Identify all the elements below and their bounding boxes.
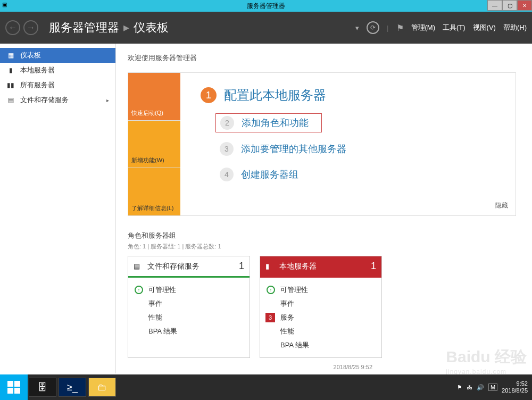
sidebar-item-label: 本地服务器 bbox=[20, 65, 55, 75]
taskbar-powershell[interactable]: ≥_ bbox=[59, 378, 86, 397]
body: ▦ 仪表板 ▮ 本地服务器 ▮▮ 所有服务器 ▤ 文件和存储服务 ▸ 欢迎使用服… bbox=[0, 44, 532, 373]
sidebar-item-label: 文件和存储服务 bbox=[20, 95, 69, 105]
taskbar: 🗄 ≥_ 🗀 ⚑ 🖧 🔊 M 9:52 2018/8/25 bbox=[0, 374, 532, 400]
role-tile-count: 1 bbox=[371, 261, 376, 272]
tile-label: 快速启动(Q) bbox=[131, 109, 163, 117]
app-icon: ▣ bbox=[2, 2, 10, 9]
servers-icon: ▮▮ bbox=[6, 81, 15, 89]
row-label: 性能 bbox=[280, 327, 294, 336]
row-events[interactable]: 事件 bbox=[267, 297, 375, 311]
welcome-side-tiles: 快速启动(Q) 新增功能(W) 了解详细信息(L) bbox=[128, 73, 180, 215]
notifications-flag-icon[interactable]: ⚑ bbox=[396, 23, 404, 33]
step-label: 配置此本地服务器 bbox=[224, 87, 326, 104]
chevron-right-icon: ▸ bbox=[106, 97, 109, 103]
row-services[interactable]: 3服务 bbox=[267, 311, 375, 324]
step-create-group[interactable]: 4 创建服务器组 bbox=[215, 165, 500, 184]
row-label: 服务 bbox=[280, 313, 294, 322]
server-icon: ▮ bbox=[6, 66, 15, 74]
storage-icon: ▤ bbox=[134, 262, 142, 271]
step-add-servers[interactable]: 3 添加要管理的其他服务器 bbox=[215, 140, 500, 158]
menu-manage[interactable]: 管理(M) bbox=[411, 23, 436, 32]
row-performance[interactable]: 性能 bbox=[135, 311, 243, 324]
tile-quickstart[interactable]: 快速启动(Q) bbox=[128, 73, 180, 120]
row-manageability[interactable]: ↑可管理性 bbox=[135, 283, 243, 297]
step-add-roles[interactable]: 2 添加角色和功能 bbox=[215, 113, 322, 132]
menu-view[interactable]: 视图(V) bbox=[473, 23, 496, 32]
status-up-icon: ↑ bbox=[267, 286, 275, 294]
step-number-icon: 3 bbox=[220, 142, 234, 156]
row-label: 可管理性 bbox=[148, 285, 176, 295]
row-label: 事件 bbox=[148, 299, 162, 309]
row-bpa[interactable]: BPA 结果 bbox=[135, 324, 243, 338]
server-icon: ▮ bbox=[265, 262, 274, 271]
back-button[interactable]: ← bbox=[5, 20, 20, 35]
row-label: 性能 bbox=[148, 313, 162, 322]
row-events[interactable]: 事件 bbox=[135, 297, 243, 311]
role-tile-header: ▮ 本地服务器 1 bbox=[260, 256, 381, 278]
sidebar-item-file-storage[interactable]: ▤ 文件和存储服务 ▸ bbox=[0, 93, 115, 107]
row-label: 事件 bbox=[280, 299, 294, 309]
row-label: BPA 结果 bbox=[148, 327, 177, 336]
step-number-icon: 4 bbox=[220, 168, 234, 181]
sidebar-item-dashboard[interactable]: ▦ 仪表板 bbox=[0, 48, 115, 63]
role-tile-count: 1 bbox=[239, 261, 244, 272]
tray-ime[interactable]: M bbox=[488, 384, 497, 391]
maximize-button[interactable]: ▢ bbox=[502, 0, 517, 11]
hide-link[interactable]: 隐藏 bbox=[495, 201, 508, 210]
welcome-heading: 欢迎使用服务器管理器 bbox=[128, 53, 516, 63]
taskbar-clock[interactable]: 9:52 2018/8/25 bbox=[502, 380, 528, 394]
role-tile-file-storage[interactable]: ▤ 文件和存储服务 1 ↑可管理性 事件 性能 BPA 结果 bbox=[128, 256, 250, 358]
step-label: 创建服务器组 bbox=[241, 168, 298, 181]
status-up-icon: ↑ bbox=[135, 286, 143, 294]
start-button[interactable] bbox=[0, 374, 28, 400]
tray-network-icon[interactable]: 🖧 bbox=[467, 384, 472, 390]
storage-icon: ▤ bbox=[6, 96, 15, 104]
tray-flag-icon[interactable]: ⚑ bbox=[457, 384, 462, 391]
nav-arrows: ← → bbox=[5, 20, 38, 35]
step-number-icon: 2 bbox=[220, 116, 234, 130]
tile-learnmore[interactable]: 了解详细信息(L) bbox=[128, 168, 180, 215]
tile-label: 了解详细信息(L) bbox=[131, 204, 173, 212]
sidebar-item-label: 仪表板 bbox=[20, 51, 41, 60]
step-label: 添加角色和功能 bbox=[242, 116, 309, 129]
step-configure-local[interactable]: 1 配置此本地服务器 bbox=[196, 85, 500, 106]
row-manageability[interactable]: ↑可管理性 bbox=[267, 283, 375, 297]
step-label: 添加要管理的其他服务器 bbox=[241, 143, 346, 155]
breadcrumb-root[interactable]: 服务器管理器 bbox=[49, 20, 119, 36]
role-tile-title: 本地服务器 bbox=[279, 262, 317, 271]
dashboard-icon: ▦ bbox=[6, 51, 15, 60]
nav-separator: | bbox=[387, 24, 388, 32]
breadcrumb: 服务器管理器 ▸ 仪表板 bbox=[49, 20, 169, 36]
taskbar-explorer[interactable]: 🗀 bbox=[88, 378, 116, 397]
tile-whatsnew[interactable]: 新增功能(W) bbox=[128, 120, 180, 168]
roles-title: 角色和服务器组 bbox=[128, 231, 516, 240]
minimize-button[interactable]: — bbox=[487, 0, 502, 11]
welcome-box: 快速启动(Q) 新增功能(W) 了解详细信息(L) 1 配置此本地服务器 2 添… bbox=[128, 72, 516, 216]
role-tile-title: 文件和存储服务 bbox=[147, 262, 200, 271]
role-tile-local-server[interactable]: ▮ 本地服务器 1 ↑可管理性 事件 3服务 性能 BPA 结果 bbox=[260, 256, 382, 358]
breadcrumb-page: 仪表板 bbox=[134, 20, 169, 36]
breadcrumb-separator-icon: ▸ bbox=[123, 21, 129, 35]
taskbar-server-manager[interactable]: 🗄 bbox=[29, 378, 56, 397]
close-button[interactable]: ✕ bbox=[517, 0, 532, 11]
sidebar: ▦ 仪表板 ▮ 本地服务器 ▮▮ 所有服务器 ▤ 文件和存储服务 ▸ bbox=[0, 44, 116, 373]
roles-subtitle: 角色: 1 | 服务器组: 1 | 服务器总数: 1 bbox=[128, 243, 516, 251]
clock-time: 9:52 bbox=[502, 380, 528, 387]
sidebar-item-local-server[interactable]: ▮ 本地服务器 bbox=[0, 63, 115, 78]
menu-help[interactable]: 帮助(H) bbox=[503, 23, 527, 32]
menu-tools[interactable]: 工具(T) bbox=[443, 23, 466, 32]
sidebar-item-all-servers[interactable]: ▮▮ 所有服务器 bbox=[0, 78, 115, 93]
nav-right: ▾ ⟳ | ⚑ 管理(M) 工具(T) 视图(V) 帮助(H) bbox=[355, 21, 527, 34]
window-controls: — ▢ ✕ bbox=[487, 0, 532, 11]
row-label: BPA 结果 bbox=[280, 340, 309, 350]
role-tiles-row: ▤ 文件和存储服务 1 ↑可管理性 事件 性能 BPA 结果 ▮ 本地服务器 1 bbox=[128, 256, 516, 358]
role-tile-body: ↑可管理性 事件 3服务 性能 BPA 结果 bbox=[260, 278, 381, 357]
tray-volume-icon[interactable]: 🔊 bbox=[477, 384, 484, 391]
taskbar-tray: ⚑ 🖧 🔊 M 9:52 2018/8/25 bbox=[457, 380, 532, 394]
steps-area: 1 配置此本地服务器 2 添加角色和功能 3 添加要管理的其他服务器 4 创建服… bbox=[180, 73, 516, 215]
refresh-button[interactable]: ⟳ bbox=[367, 21, 379, 34]
row-performance[interactable]: 性能 bbox=[267, 324, 375, 338]
row-bpa[interactable]: BPA 结果 bbox=[267, 338, 375, 352]
dropdown-icon[interactable]: ▾ bbox=[355, 24, 359, 32]
forward-button[interactable]: → bbox=[23, 20, 38, 35]
